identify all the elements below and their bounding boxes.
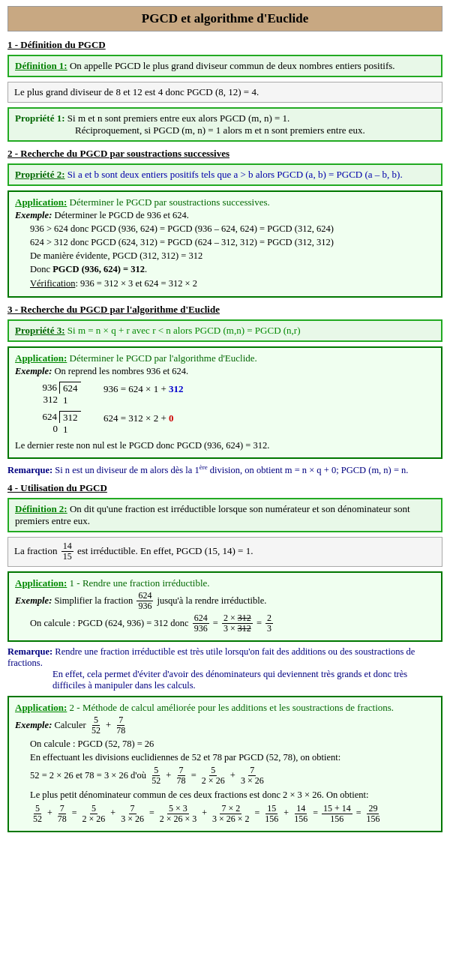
page-container: PGCD et algorithme d'Euclide 1 - Définit… bbox=[0, 0, 450, 843]
frac-15-156: 15 156 bbox=[263, 804, 280, 824]
application4-box: Application: 2 - Méthode de calcul améli… bbox=[8, 696, 442, 832]
euclid-conclusion: Le dernier reste non nul est le PGCD don… bbox=[15, 440, 435, 451]
frac-denominator: 936 bbox=[136, 601, 153, 611]
app4-header: Application: 2 - Méthode de calcul améli… bbox=[15, 702, 435, 714]
frac-denominator: 15 bbox=[62, 552, 74, 562]
frac-5x3-2x26x3: 5 × 3 2 × 26 × 3 bbox=[158, 804, 199, 824]
application3-box: Application: 1 - Rendre une fraction irr… bbox=[8, 571, 442, 643]
example1-header: Exemple: Déterminer le PGCD de 936 et 62… bbox=[15, 210, 435, 221]
app1-label: Application: bbox=[15, 196, 67, 208]
app4-label: Application: bbox=[15, 702, 67, 713]
verif1: Vérification: 936 = 312 × 3 et 624 = 312… bbox=[30, 278, 435, 289]
frac-2x312-3x312: 2 × 312 3 × 312 bbox=[222, 613, 253, 634]
prop3-label: Propriété 3: bbox=[15, 325, 65, 336]
app1-header: Application: Déterminer le PGCD par sous… bbox=[15, 196, 435, 208]
calc4-line2: En effectuant les divisions euclidiennes… bbox=[30, 752, 435, 763]
app3-text: 1 - Rendre une fraction irréductible. bbox=[70, 577, 210, 589]
euclid-eq2: 624 = 312 × 2 + 0 bbox=[104, 411, 174, 424]
app2-text: Déterminer le PGCD par l'algorithme d'Eu… bbox=[70, 352, 257, 364]
ex3-label: Exemple: bbox=[15, 595, 52, 605]
propriete3-box: Propriété 3: Si m = n × q + r avec r < n… bbox=[8, 319, 442, 342]
section2-heading: 2 - Recherche du PGCD par soustractions … bbox=[8, 148, 442, 160]
frac-5-2x26-b: 5 2 × 26 bbox=[81, 804, 107, 824]
euclid-eq1: 936 = 624 × 1 + 312 bbox=[104, 382, 184, 395]
euclid-tableau1: 936 312 624 1 bbox=[38, 382, 81, 406]
calc4-final: 5 52 + 7 78 = 5 2 × 26 + 7 3 × 26 = 5 × … bbox=[30, 804, 435, 824]
frac-7-3x26-b: 7 3 × 26 bbox=[119, 804, 146, 824]
prop3-text: Si m = n × q + r avec r < n alors PGCD (… bbox=[68, 325, 301, 336]
frac-7-3x26: 7 3 × 26 bbox=[239, 766, 266, 786]
gray2-text2: est irréductible. En effet, PGCD (15, 14… bbox=[77, 545, 254, 556]
frac-5-52-c: 5 52 bbox=[32, 804, 44, 824]
frac-624-936-b: 624 936 bbox=[193, 613, 209, 634]
prop2-text: Si a et b sont deux entiers positifs tel… bbox=[68, 169, 403, 180]
frac-2-3: 2 3 bbox=[266, 613, 273, 634]
remark2: Remarque: Rendre une fraction irréductib… bbox=[8, 646, 442, 691]
app3-header: Application: 1 - Rendre une fraction irr… bbox=[15, 577, 435, 589]
def2-label: Définition 2: bbox=[15, 503, 68, 514]
ex1-label: Exemple: bbox=[15, 210, 52, 220]
application2-box: Application: Déterminer le PGCD par l'al… bbox=[8, 346, 442, 459]
fraction-624-936: 624 936 bbox=[136, 591, 153, 611]
frac-5-2x26: 5 2 × 26 bbox=[200, 766, 226, 786]
euclid-tableau2: 624 0 312 1 bbox=[38, 411, 81, 436]
app2-header: Application: Déterminer le PGCD par l'al… bbox=[15, 352, 435, 364]
calc4-line4: Le plus petit dénominateur commun de ces… bbox=[30, 790, 435, 801]
def2-text: On dit qu'une fraction est irréductible … bbox=[15, 503, 410, 526]
definition1-box: Définition 1: On appelle PGCD le plus gr… bbox=[8, 55, 442, 77]
section4-heading: 4 - Utilisation du PGCD bbox=[8, 482, 442, 494]
remark2-label: Remarque: bbox=[8, 646, 52, 657]
ex4-label: Exemple: bbox=[15, 720, 52, 730]
frac-14-156: 14 156 bbox=[292, 804, 309, 824]
example4-header: Exemple: Calculer 5 52 + 7 78 bbox=[15, 715, 435, 736]
app2-label: Application: bbox=[15, 352, 67, 364]
calc4-line1: On calcule : PGCD (52, 78) = 26 bbox=[30, 739, 435, 750]
gray-box2: La fraction 14 15 est irréductible. En e… bbox=[8, 537, 442, 566]
frac-5-52-b: 5 52 bbox=[150, 766, 162, 786]
calc1-line1: 936 > 624 donc PGCD (936, 624) = PGCD (9… bbox=[30, 223, 435, 235]
example-pgcd-8-12: Le plus grand diviseur de 8 et 12 est 4 … bbox=[8, 82, 442, 103]
fraction-14-15: 14 15 bbox=[62, 541, 74, 562]
main-title: PGCD et algorithme d'Euclide bbox=[8, 6, 442, 31]
ex3-text1: Simplifier la fraction bbox=[54, 595, 135, 605]
calc4-line3: 52 = 2 × 26 et 78 = 3 × 26 d'où 5 52 + 7… bbox=[30, 766, 435, 786]
calc1-line2: 624 > 312 donc PGCD (624, 312) = PGCD (6… bbox=[30, 237, 435, 248]
def1-text: On appelle PGCD le plus grand diviseur c… bbox=[70, 60, 395, 71]
frac-7-78: 7 78 bbox=[115, 715, 127, 736]
definition2-box: Définition 2: On dit qu'une fraction est… bbox=[8, 498, 442, 532]
frac-7-78-b: 7 78 bbox=[176, 766, 188, 786]
ex2-text: On reprend les nombres 936 et 624. bbox=[54, 366, 188, 376]
app3-label: Application: bbox=[15, 577, 67, 589]
gray2-text1: La fraction bbox=[14, 545, 60, 556]
app1-text: Déterminer le PGCD par soustractions suc… bbox=[70, 196, 270, 208]
gray1-text: Le plus grand diviseur de 8 et 12 est 4 … bbox=[14, 86, 259, 97]
section3-heading: 3 - Recherche du PGCD par l'algorithme d… bbox=[8, 304, 442, 316]
app4-text: 2 - Méthode de calcul améliorée pour les… bbox=[70, 702, 394, 713]
prop1-text2: Réciproquement, si PGCD (m, n) = 1 alors… bbox=[75, 124, 365, 136]
frac-29-156: 29 156 bbox=[364, 804, 381, 824]
frac-7-78-c: 7 78 bbox=[56, 804, 68, 824]
frac-5-52: 5 52 bbox=[90, 715, 102, 736]
propriete1-box: Propriété 1: Si m et n sont premiers ent… bbox=[8, 107, 442, 142]
remark1: Remarque: Si n est un diviseur de m alor… bbox=[8, 463, 442, 476]
ex2-label: Exemple: bbox=[15, 366, 52, 376]
frac-numerator: 624 bbox=[136, 591, 153, 601]
ex1-text: Déterminer le PGCD de 936 et 624. bbox=[54, 210, 188, 220]
remark1-label: Remarque: bbox=[8, 465, 52, 475]
prop2-label: Propriété 2: bbox=[15, 169, 65, 180]
frac-numerator: 14 bbox=[62, 541, 74, 552]
def1-label: Définition 1: bbox=[15, 60, 68, 71]
euclid-block2: 624 0 312 1 624 = 312 × 2 + 0 bbox=[38, 411, 435, 436]
application1-box: Application: Déterminer le PGCD par sous… bbox=[8, 190, 442, 298]
prop1-text1: Si m et n sont premiers entre eux alors … bbox=[68, 112, 290, 124]
frac-15+14-156: 15 + 14 156 bbox=[322, 804, 352, 824]
frac-7x2-3x26x2: 7 × 2 3 × 26 × 2 bbox=[211, 804, 251, 824]
calc1-line4: Donc PGCD (936, 624) = 312. bbox=[30, 264, 435, 275]
example3-header: Exemple: Simplifier la fraction 624 936 … bbox=[15, 591, 435, 611]
example2-header: Exemple: On reprend les nombres 936 et 6… bbox=[15, 366, 435, 377]
ex3-text2: jusqu'à la rendre irréductible. bbox=[158, 595, 267, 605]
calc3-line: On calcule : PGCD (624, 936) = 312 donc … bbox=[30, 613, 435, 634]
prop1-label: Propriété 1: bbox=[15, 112, 65, 124]
euclid-block1: 936 312 624 1 936 = 624 × 1 + 312 bbox=[38, 382, 435, 406]
section1-heading: 1 - Définition du PGCD bbox=[8, 39, 442, 51]
